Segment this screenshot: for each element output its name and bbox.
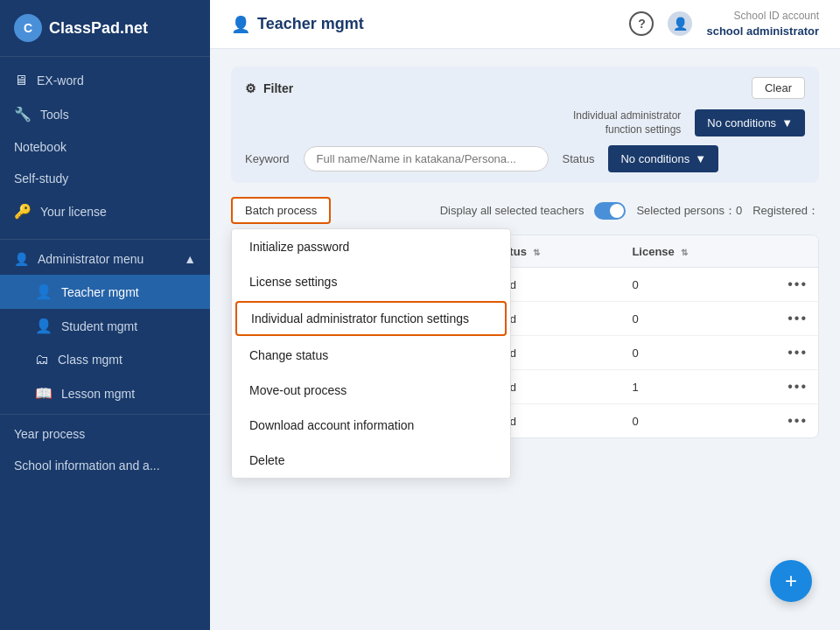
class-mgmt-icon: 🗂 bbox=[35, 352, 49, 368]
sort-license-icon[interactable]: ⇅ bbox=[681, 248, 688, 257]
row-more-button-3[interactable]: ••• bbox=[788, 379, 808, 395]
sidebar-divider-2 bbox=[0, 414, 210, 415]
sidebar-item-tools[interactable]: 🔧 Tools bbox=[0, 97, 210, 131]
menu-item-download-account[interactable]: Download account information bbox=[232, 408, 510, 443]
individual-admin-dropdown[interactable]: No conditions ▼ bbox=[695, 109, 805, 136]
chevron-down-icon: ▼ bbox=[695, 152, 706, 165]
filter-admin-row: Individual administratorfunction setting… bbox=[245, 109, 805, 136]
menu-item-change-status[interactable]: Change status bbox=[232, 338, 510, 373]
lesson-mgmt-icon: 📖 bbox=[35, 385, 52, 402]
main-area: 👤 Teacher mgmt ? 👤 School ID account sch… bbox=[210, 0, 840, 630]
topbar-right: ? 👤 School ID account school administrat… bbox=[629, 9, 819, 39]
admin-name-label: school administrator bbox=[706, 24, 819, 39]
sidebar-item-class-mgmt[interactable]: 🗂 Class mgmt bbox=[0, 343, 210, 376]
exword-icon: 🖥 bbox=[14, 73, 28, 88]
menu-item-move-out-process[interactable]: Move-out process bbox=[232, 373, 510, 408]
row-actions-1: ••• bbox=[777, 302, 818, 336]
sidebar-item-yourlicense[interactable]: 🔑 Your license bbox=[0, 194, 210, 228]
menu-item-license-settings[interactable]: License settings bbox=[232, 264, 510, 299]
filter-header: ⚙ Filter Clear bbox=[245, 77, 805, 99]
sidebar-item-school-info[interactable]: School information and a... bbox=[0, 450, 210, 481]
teacher-mgmt-icon: 👤 bbox=[35, 284, 52, 300]
sidebar-item-tools-label: Tools bbox=[40, 108, 69, 122]
add-fab-button[interactable]: + bbox=[770, 560, 812, 602]
sidebar-admin-menu-header[interactable]: 👤 Administrator menu ▲ bbox=[0, 243, 210, 275]
keyword-label: Keyword bbox=[245, 152, 290, 165]
filter-label: Filter bbox=[263, 81, 293, 95]
teacher-mgmt-icon: 👤 bbox=[231, 15, 250, 34]
status-dropdown[interactable]: No conditions ▼ bbox=[608, 145, 718, 172]
row-license-0: 0 bbox=[621, 268, 777, 302]
menu-item-delete[interactable]: Delete bbox=[232, 443, 510, 478]
individual-admin-label: Individual administratorfunction setting… bbox=[573, 109, 681, 136]
row-license-3: 1 bbox=[621, 370, 777, 404]
sidebar-item-lesson-mgmt-label: Lesson mgmt bbox=[61, 387, 135, 401]
keyword-input[interactable] bbox=[304, 146, 549, 172]
sidebar-item-lesson-mgmt[interactable]: 📖 Lesson mgmt bbox=[0, 376, 210, 410]
app-logo[interactable]: C ClassPad.net bbox=[0, 0, 210, 57]
menu-item-individual-admin-settings[interactable]: Individual administrator function settin… bbox=[235, 301, 507, 336]
selected-persons-label: Selected persons：0 bbox=[636, 203, 742, 219]
batch-dropdown-menu: Initialize password License settings Ind… bbox=[231, 228, 511, 479]
sidebar-item-student-mgmt-label: Student mgmt bbox=[61, 319, 137, 333]
display-all-label: Display all selected teachers bbox=[440, 204, 584, 217]
sidebar-item-selfstudy[interactable]: Self-study bbox=[0, 163, 210, 194]
row-more-button-1[interactable]: ••• bbox=[788, 311, 808, 326]
help-icon[interactable]: ? bbox=[629, 11, 654, 36]
user-icon[interactable]: 👤 bbox=[668, 11, 692, 36]
filter-icon: ⚙ bbox=[245, 81, 256, 95]
sidebar-item-exword-label: EX-word bbox=[37, 74, 84, 88]
admin-menu-label: Administrator menu bbox=[38, 252, 144, 266]
sidebar-item-yourlicense-label: Your license bbox=[40, 205, 107, 219]
display-all-toggle[interactable] bbox=[594, 202, 626, 220]
admin-icon: 👤 bbox=[14, 252, 29, 266]
sidebar: C ClassPad.net 🖥 EX-word 🔧 Tools Noteboo… bbox=[0, 0, 210, 630]
tools-icon: 🔧 bbox=[14, 106, 32, 122]
row-more-button-4[interactable]: ••• bbox=[788, 413, 808, 429]
sidebar-item-class-mgmt-label: Class mgmt bbox=[58, 353, 122, 367]
chevron-up-icon: ▲ bbox=[184, 252, 196, 266]
sidebar-item-teacher-mgmt-label: Teacher mgmt bbox=[61, 285, 139, 299]
toolbar-row: Batch process Initialize password Licens… bbox=[231, 197, 819, 224]
row-license-1: 0 bbox=[621, 302, 777, 336]
school-id-label: School ID account bbox=[706, 9, 819, 24]
row-more-button-2[interactable]: ••• bbox=[788, 345, 808, 360]
license-icon: 🔑 bbox=[14, 203, 32, 220]
col-actions bbox=[777, 235, 818, 268]
menu-item-initialize-password[interactable]: Initialize password bbox=[232, 229, 510, 264]
status-label: Status bbox=[563, 152, 595, 165]
sidebar-section-main: 🖥 EX-word 🔧 Tools Notebook Self-study 🔑 … bbox=[0, 57, 210, 235]
sort-status-icon[interactable]: ⇅ bbox=[533, 248, 540, 257]
sidebar-divider bbox=[0, 239, 210, 240]
filter-title: ⚙ Filter bbox=[245, 81, 293, 95]
sidebar-item-student-mgmt[interactable]: 👤 Student mgmt bbox=[0, 309, 210, 343]
user-info: School ID account school administrator bbox=[706, 9, 819, 39]
row-actions-4: ••• bbox=[777, 404, 818, 438]
filter-clear-button[interactable]: Clear bbox=[752, 77, 805, 99]
row-actions-3: ••• bbox=[777, 370, 818, 404]
row-license-4: 0 bbox=[621, 404, 777, 438]
row-actions-2: ••• bbox=[777, 336, 818, 370]
content-area: ⚙ Filter Clear Individual administratorf… bbox=[210, 49, 840, 630]
batch-process-button[interactable]: Batch process bbox=[231, 197, 331, 224]
logo-icon: C bbox=[14, 14, 42, 42]
col-license: License ⇅ bbox=[621, 235, 777, 268]
filter-panel: ⚙ Filter Clear Individual administratorf… bbox=[231, 66, 819, 183]
sidebar-item-exword[interactable]: 🖥 EX-word bbox=[0, 64, 210, 97]
sidebar-item-teacher-mgmt[interactable]: 👤 Teacher mgmt bbox=[0, 275, 210, 309]
sidebar-item-year-process[interactable]: Year process bbox=[0, 418, 210, 450]
student-mgmt-icon: 👤 bbox=[35, 318, 52, 334]
sidebar-item-notebook[interactable]: Notebook bbox=[0, 131, 210, 163]
row-actions-0: ••• bbox=[777, 268, 818, 302]
row-more-button-0[interactable]: ••• bbox=[788, 276, 808, 292]
topbar: 👤 Teacher mgmt ? 👤 School ID account sch… bbox=[210, 0, 840, 49]
page-title: 👤 Teacher mgmt bbox=[231, 15, 364, 34]
chevron-down-icon: ▼ bbox=[781, 116, 793, 130]
registered-label: Registered： bbox=[752, 203, 819, 219]
app-name: ClassPad.net bbox=[49, 19, 148, 38]
row-license-2: 0 bbox=[621, 336, 777, 370]
filter-keyword-row: Keyword Status No conditions ▼ bbox=[245, 145, 805, 172]
toolbar-right: Display all selected teachers Selected p… bbox=[440, 202, 819, 220]
